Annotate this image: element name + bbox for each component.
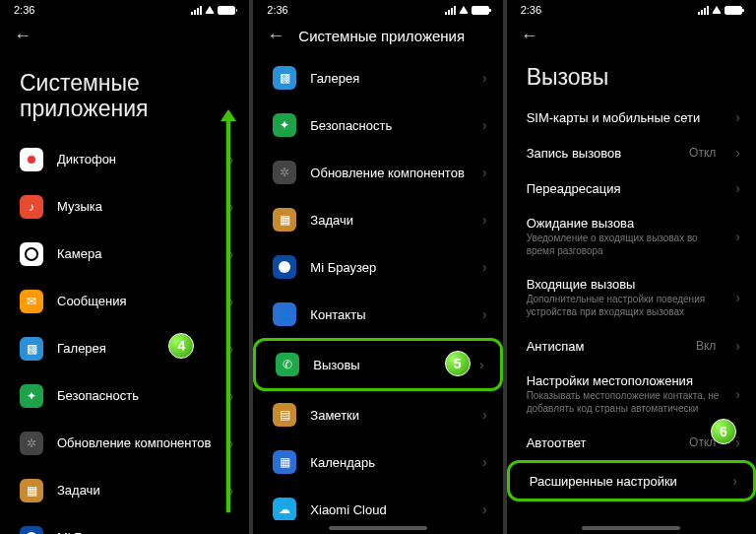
setting-call-recording[interactable]: Запись вызововОткл› [507, 135, 756, 170]
updater-icon: ✲ [273, 161, 296, 184]
setting-advanced[interactable]: Расширенные настройки› [507, 460, 756, 501]
setting-sim-networks[interactable]: SIM-карты и мобильные сети› [507, 100, 756, 135]
list-item[interactable]: ☁Xiaomi Cloud› [253, 486, 502, 520]
status-indicators [191, 6, 235, 15]
list-item-label: Xiaomi Cloud [310, 502, 386, 517]
list-item-label: Сообщения [57, 294, 127, 308]
setting-call-waiting[interactable]: Ожидание вызоваУведомление о входящих вы… [507, 206, 756, 267]
chevron-right-icon: › [482, 501, 487, 517]
tasks-icon: ▦ [273, 208, 296, 232]
status-time: 2:36 [267, 4, 287, 16]
list-item[interactable]: Камера› [0, 231, 249, 278]
setting-label: Запись вызовов [527, 146, 675, 161]
step-badge-4: 4 [168, 333, 194, 359]
wifi-icon [205, 6, 215, 14]
signal-icon [698, 6, 709, 15]
chevron-right-icon: › [482, 454, 487, 470]
back-icon[interactable]: ← [14, 26, 32, 46]
list-item-label: Вызовы [313, 358, 359, 372]
list-item[interactable]: ✉Сообщения› [0, 278, 249, 325]
setting-subtitle: Дополнительные настройки поведения устро… [527, 294, 723, 318]
chevron-right-icon: › [482, 212, 487, 228]
contacts-icon: 👤 [273, 302, 296, 326]
page-title: Вызовы [507, 54, 756, 100]
chevron-right-icon: › [735, 109, 740, 125]
chevron-right-icon: › [735, 338, 740, 354]
updater-icon: ✲ [20, 432, 43, 455]
list-item[interactable]: ✲Обновление компонентов› [253, 149, 502, 196]
setting-label: Антиспам [527, 339, 682, 354]
security-icon: ✦ [273, 113, 296, 137]
gallery-icon: ▩ [20, 337, 43, 361]
list-item[interactable]: ▩Галерея› [253, 54, 502, 101]
signal-icon [445, 6, 456, 15]
scroll-arrow-annotation [226, 118, 230, 512]
music-icon: ♪ [20, 195, 43, 219]
list-item[interactable]: ✦Безопасность› [0, 372, 249, 420]
chevron-right-icon: › [482, 117, 487, 133]
list-item[interactable]: 👤Контакты› [253, 291, 502, 338]
list-item[interactable]: ✲Обновление компонентов› [0, 420, 249, 467]
setting-label: Настройки местоположения [527, 373, 723, 388]
list-item-label: Диктофон [57, 152, 116, 167]
list-item[interactable]: ▦Задачи› [0, 467, 249, 514]
step-badge-6: 6 [711, 419, 736, 444]
setting-label: SIM-карты и мобильные сети [527, 110, 723, 125]
status-bar: 2:36 [253, 0, 502, 18]
cloud-icon: ☁ [273, 498, 296, 520]
list-item[interactable]: ▦Календарь› [253, 438, 502, 486]
header: ← [507, 18, 756, 54]
list-item-calls[interactable]: ✆Вызовы› 5 [253, 338, 502, 391]
back-icon[interactable]: ← [521, 26, 538, 46]
list-item[interactable]: Mi Браузер› [253, 243, 502, 291]
list-item[interactable]: ▩Галерея› 4 [0, 325, 249, 372]
setting-antispam[interactable]: АнтиспамВкл› [507, 328, 756, 364]
app-list: ▩Галерея› ✦Безопасность› ✲Обновление ком… [253, 54, 502, 520]
list-item[interactable]: ▤Заметки› [253, 391, 502, 438]
list-item[interactable]: Диктофон› [0, 136, 249, 183]
list-item-label: Задачи [310, 213, 353, 228]
chevron-right-icon: › [482, 70, 487, 86]
chevron-right-icon: › [482, 407, 487, 423]
status-bar: 2:36 [507, 0, 756, 18]
nav-handle[interactable] [329, 526, 427, 530]
header: ← [0, 18, 249, 54]
calendar-icon: ▦ [273, 450, 296, 474]
chevron-right-icon: › [479, 357, 484, 372]
list-item-label: Mi Браузер [310, 260, 376, 275]
screen-system-apps-2: 2:36 ← Системные приложения ▩Галерея› ✦Б… [253, 0, 502, 534]
chevron-right-icon: › [735, 290, 740, 305]
chevron-right-icon: › [735, 145, 740, 161]
back-icon[interactable]: ← [267, 26, 284, 46]
list-item-label: Безопасность [310, 118, 392, 133]
chevron-right-icon: › [482, 306, 487, 322]
setting-auto-answer[interactable]: АвтоответОткл› 6 [507, 425, 756, 460]
list-item[interactable]: Mi Браузер› [0, 514, 249, 534]
setting-location[interactable]: Настройки местоположенияПоказывать место… [507, 364, 756, 425]
battery-icon [472, 6, 489, 15]
setting-label: Входящие вызовы [527, 277, 723, 292]
camera-icon [20, 242, 43, 266]
setting-subtitle: Показывать местоположение контакта, не д… [527, 390, 723, 415]
setting-incoming-calls[interactable]: Входящие вызовыДополнительные настройки … [507, 267, 756, 328]
header: ← Системные приложения [253, 18, 502, 54]
list-item[interactable]: ▦Задачи› [253, 196, 502, 243]
setting-label: Автоответ [527, 435, 675, 450]
list-item[interactable]: ♪Музыка› [0, 183, 249, 231]
recorder-icon [20, 148, 43, 171]
screen-calls-settings: 2:36 ← Вызовы SIM-карты и мобильные сети… [507, 0, 756, 534]
setting-value: Вкл [696, 339, 716, 353]
setting-forwarding[interactable]: Переадресация› [507, 170, 756, 206]
battery-icon [724, 6, 742, 15]
page-title: Системные приложения [298, 28, 465, 44]
list-item-label: Mi Браузер [57, 530, 123, 534]
nav-handle[interactable] [582, 526, 680, 530]
chevron-right-icon: › [482, 165, 487, 180]
list-item[interactable]: ✦Безопасность› [253, 101, 502, 149]
list-item-label: Безопасность [57, 388, 139, 403]
status-indicators [698, 6, 742, 15]
status-bar: 2:36 [0, 0, 249, 18]
browser-icon [20, 526, 43, 534]
wifi-icon [459, 6, 469, 14]
wifi-icon [712, 6, 722, 14]
